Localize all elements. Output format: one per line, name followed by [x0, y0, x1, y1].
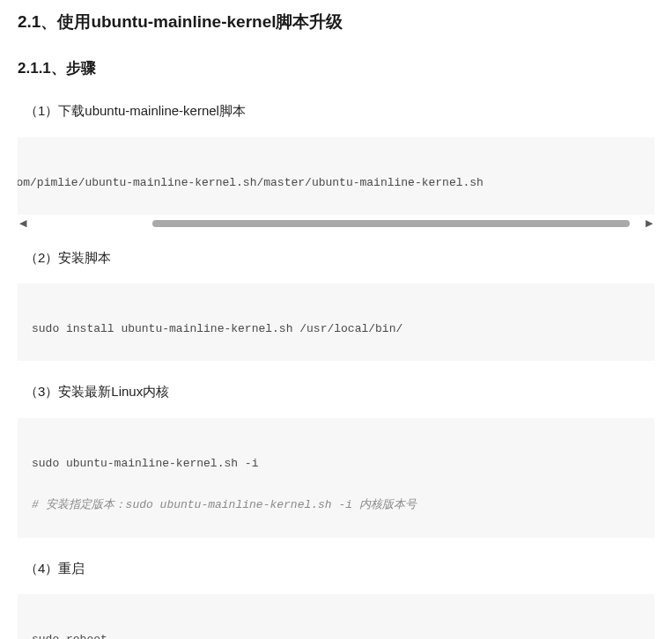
scroll-right-icon[interactable]: ▶	[644, 217, 654, 229]
step-2-label: （2）安装脚本	[25, 248, 654, 268]
code-block-1[interactable]: ithubusercontent.com/pimlie/ubuntu-mainl…	[18, 137, 654, 215]
code-comment: # 安装指定版本：sudo ubuntu-mainline-kernel.sh …	[32, 496, 640, 512]
scroll-thumb[interactable]	[152, 220, 630, 227]
code-block-4[interactable]: sudo reboot	[18, 594, 654, 639]
step-4-label: （4）重启	[25, 559, 654, 579]
subsection-title: 2.1.1、步骤	[18, 58, 654, 78]
code-line: sudo install ubuntu-mainline-kernel.sh /…	[32, 322, 640, 335]
scroll-left-icon[interactable]: ◀	[18, 217, 28, 229]
section-title: 2.1、使用ubuntu-mainline-kernel脚本升级	[18, 11, 654, 33]
step-1-label: （1）下载ubuntu-mainline-kernel脚本	[25, 101, 654, 121]
code-line: sudo reboot	[32, 633, 640, 639]
horizontal-scrollbar[interactable]: ◀ ▶	[18, 218, 654, 229]
code-block-3[interactable]: sudo ubuntu-mainline-kernel.sh -i # 安装指定…	[18, 418, 654, 538]
scroll-track[interactable]	[30, 220, 642, 227]
step-3-label: （3）安装最新Linux内核	[25, 382, 654, 402]
code-line: sudo ubuntu-mainline-kernel.sh -i	[32, 457, 640, 470]
code-block-2[interactable]: sudo install ubuntu-mainline-kernel.sh /…	[18, 283, 654, 361]
code-line: ithubusercontent.com/pimlie/ubuntu-mainl…	[18, 176, 501, 189]
